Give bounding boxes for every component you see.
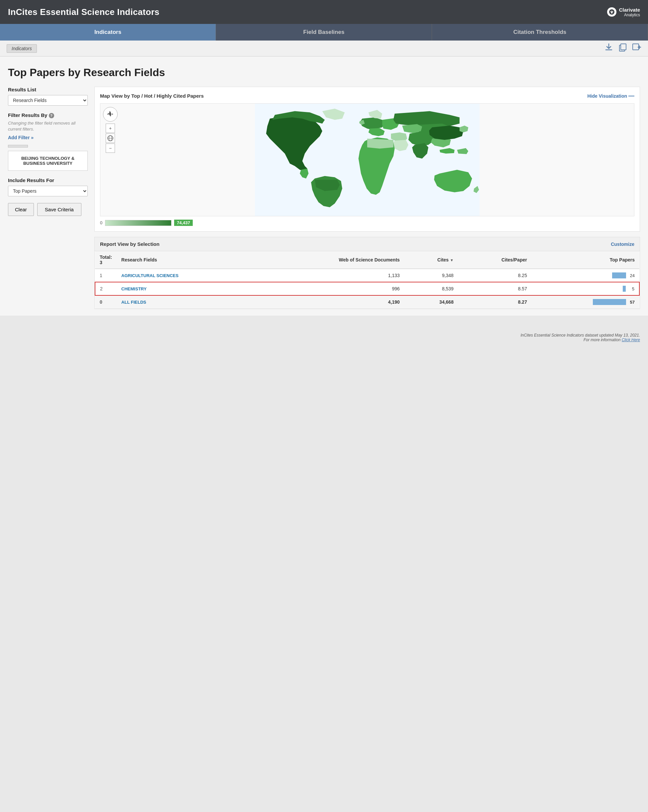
include-section: Include Results For Top Papers Hot Paper… [8, 177, 88, 196]
bar-fill [612, 272, 626, 278]
cites-cell: 34,668 [404, 295, 458, 309]
app-header: InCites Essential Science Indicators Cla… [0, 0, 648, 24]
cites-cell: 9,348 [404, 269, 458, 282]
bar-fill [593, 299, 626, 305]
add-panel-icon[interactable] [632, 43, 641, 54]
top-papers-cell: 5 [532, 282, 639, 295]
col-research-fields: Research Fields [117, 251, 257, 269]
map-legend: 0 74,437 [100, 220, 634, 226]
map-controls: + − [103, 107, 118, 153]
save-criteria-button[interactable]: Save Criteria [37, 203, 81, 216]
svg-rect-3 [621, 44, 626, 50]
clarivate-sub: Analytics [619, 13, 640, 17]
legend-min: 0 [100, 220, 102, 225]
toolbar: Indicators [0, 41, 648, 56]
breadcrumb: Indicators [7, 44, 37, 53]
results-list-select[interactable]: Research Fields Countries/Territories Or… [8, 95, 88, 106]
tab-field-baselines[interactable]: Field Baselines [216, 24, 432, 41]
report-table: Total: 3 Research Fields Web of Science … [95, 251, 640, 309]
add-filter-link[interactable]: Add Filter » [8, 135, 88, 140]
cites-paper-cell: 8.25 [458, 269, 532, 282]
footer: InCites Essential Science Indicators dat… [0, 329, 648, 346]
col-wos-docs: Web of Science Documents [257, 251, 404, 269]
results-list-section: Results List Research Fields Countries/T… [8, 87, 88, 106]
filter-tag-bar [8, 145, 28, 148]
col-cites[interactable]: Cites ▼ [404, 251, 458, 269]
field-cell: ALL FIELDS [117, 295, 257, 309]
world-map[interactable]: + − [100, 103, 634, 216]
sidebar: Results List Research Fields Countries/T… [8, 87, 88, 216]
table-body: 1 AGRICULTURAL SCIENCES 1,133 9,348 8.25… [95, 269, 639, 309]
col-cites-paper: Cites/Paper [458, 251, 532, 269]
top-papers-cell: 24 [532, 269, 639, 282]
app-title: InCites Essential Science Indicators [8, 7, 159, 17]
table-row-total: 0 ALL FIELDS 4,190 34,668 8.27 57 [95, 295, 639, 309]
report-title: Report View by Selection [100, 241, 159, 247]
legend-max: 74,437 [174, 220, 193, 226]
download-icon[interactable] [604, 43, 613, 54]
cites-cell: 8,539 [404, 282, 458, 295]
wos-docs-cell: 1,133 [257, 269, 404, 282]
rank-cell: 1 [95, 269, 117, 282]
field-link[interactable]: ALL FIELDS [121, 300, 146, 305]
map-title: Map View by Top / Hot / Highly Cited Pap… [100, 93, 204, 99]
page-content: Top Papers by Research Fields Results Li… [0, 56, 648, 316]
svg-point-1 [611, 12, 613, 14]
map-section: Map View by Top / Hot / Highly Cited Pap… [95, 87, 640, 232]
filter-label: Filter Results By [8, 112, 47, 118]
cites-paper-cell: 8.27 [458, 295, 532, 309]
field-cell: CHEMISTRY [117, 282, 257, 295]
filter-help-text: Changing the filter field removes all cu… [8, 120, 88, 132]
field-link[interactable]: AGRICULTURAL SCIENCES [121, 273, 179, 278]
filter-value-box: BEIJING TECHNOLOGY & BUSINESS UNIVERSITY [8, 151, 88, 171]
bar-value: 24 [627, 273, 635, 278]
col-top-papers: Top Papers [532, 251, 639, 269]
include-label: Include Results For [8, 177, 88, 183]
footer-link[interactable]: Click Here [622, 337, 640, 342]
map-zoom-in[interactable]: + [105, 124, 115, 133]
rank-cell: 0 [95, 295, 117, 309]
main-layout: Results List Research Fields Countries/T… [8, 87, 640, 309]
report-header: Report View by Selection Customize [95, 237, 640, 251]
footer-text: InCites Essential Science Indicators dat… [8, 333, 640, 342]
map-svg [100, 104, 634, 216]
filter-help-icon[interactable]: ? [49, 113, 54, 118]
table-row: 2 CHEMISTRY 996 8,539 8.57 5 [95, 282, 639, 295]
sidebar-buttons: Clear Save Criteria [8, 203, 88, 216]
table-header: Total: 3 Research Fields Web of Science … [95, 251, 639, 269]
bar-value: 57 [627, 300, 635, 305]
wos-docs-cell: 4,190 [257, 295, 404, 309]
top-papers-cell: 57 [532, 295, 639, 309]
rank-cell: 2 [95, 282, 117, 295]
filter-section: Filter Results By ? Changing the filter … [8, 112, 88, 171]
clarivate-logo: Clarivate Analytics [607, 7, 640, 17]
map-zoom-out[interactable]: − [105, 143, 115, 153]
page-title: Top Papers by Research Fields [8, 66, 640, 79]
toolbar-icons [604, 43, 641, 54]
table-row: 1 AGRICULTURAL SCIENCES 1,133 9,348 8.25… [95, 269, 639, 282]
map-pan-control[interactable] [103, 107, 118, 122]
include-select[interactable]: Top Papers Hot Papers Highly Cited Paper… [8, 186, 88, 196]
clarivate-name: Clarivate [619, 7, 640, 13]
main-panel: Map View by Top / Hot / Highly Cited Pap… [95, 87, 640, 309]
copy-icon[interactable] [618, 43, 627, 54]
customize-link[interactable]: Customize [611, 241, 634, 247]
hide-visualization-link[interactable]: Hide Visualization — [587, 92, 634, 99]
clear-button[interactable]: Clear [8, 203, 34, 216]
tab-indicators[interactable]: Indicators [0, 24, 216, 41]
field-cell: AGRICULTURAL SCIENCES [117, 269, 257, 282]
tab-citation-thresholds[interactable]: Citation Thresholds [432, 24, 648, 41]
bar-fill [623, 286, 626, 292]
field-link[interactable]: CHEMISTRY [121, 286, 147, 292]
report-section: Report View by Selection Customize Total… [95, 237, 640, 309]
col-total: Total: 3 [95, 251, 117, 269]
map-globe-btn[interactable] [105, 134, 115, 143]
wos-docs-cell: 996 [257, 282, 404, 295]
results-list-label: Results List [8, 87, 88, 92]
nav-tabs: Indicators Field Baselines Citation Thre… [0, 24, 648, 41]
cites-paper-cell: 8.57 [458, 282, 532, 295]
sort-icon: ▼ [450, 258, 454, 262]
clarivate-logo-icon [607, 7, 616, 17]
bar-value: 5 [627, 286, 634, 292]
legend-gradient [105, 220, 171, 226]
